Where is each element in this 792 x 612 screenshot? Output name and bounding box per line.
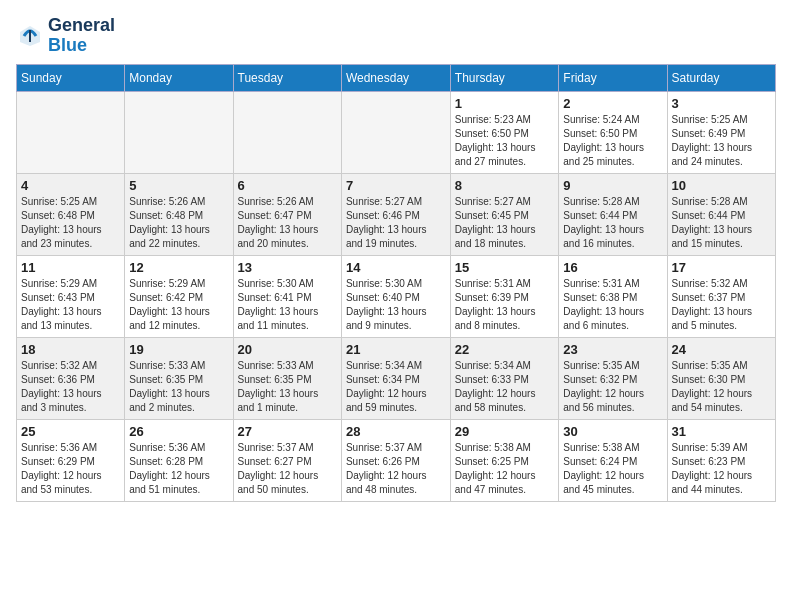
day-number: 16 <box>563 260 662 275</box>
calendar-cell: 12Sunrise: 5:29 AM Sunset: 6:42 PM Dayli… <box>125 255 233 337</box>
day-number: 15 <box>455 260 555 275</box>
day-info: Sunrise: 5:37 AM Sunset: 6:26 PM Dayligh… <box>346 441 446 497</box>
day-number: 6 <box>238 178 337 193</box>
logo: General Blue <box>16 16 115 56</box>
calendar-cell: 8Sunrise: 5:27 AM Sunset: 6:45 PM Daylig… <box>450 173 559 255</box>
calendar-cell: 11Sunrise: 5:29 AM Sunset: 6:43 PM Dayli… <box>17 255 125 337</box>
day-number: 12 <box>129 260 228 275</box>
calendar-cell: 27Sunrise: 5:37 AM Sunset: 6:27 PM Dayli… <box>233 419 341 501</box>
day-info: Sunrise: 5:27 AM Sunset: 6:45 PM Dayligh… <box>455 195 555 251</box>
calendar-cell: 5Sunrise: 5:26 AM Sunset: 6:48 PM Daylig… <box>125 173 233 255</box>
day-number: 17 <box>672 260 772 275</box>
day-info: Sunrise: 5:33 AM Sunset: 6:35 PM Dayligh… <box>129 359 228 415</box>
calendar-cell <box>17 91 125 173</box>
day-info: Sunrise: 5:36 AM Sunset: 6:29 PM Dayligh… <box>21 441 120 497</box>
day-info: Sunrise: 5:38 AM Sunset: 6:24 PM Dayligh… <box>563 441 662 497</box>
calendar-cell: 23Sunrise: 5:35 AM Sunset: 6:32 PM Dayli… <box>559 337 667 419</box>
day-number: 2 <box>563 96 662 111</box>
day-number: 1 <box>455 96 555 111</box>
calendar-cell: 18Sunrise: 5:32 AM Sunset: 6:36 PM Dayli… <box>17 337 125 419</box>
calendar-cell: 19Sunrise: 5:33 AM Sunset: 6:35 PM Dayli… <box>125 337 233 419</box>
day-info: Sunrise: 5:36 AM Sunset: 6:28 PM Dayligh… <box>129 441 228 497</box>
calendar-cell: 28Sunrise: 5:37 AM Sunset: 6:26 PM Dayli… <box>341 419 450 501</box>
day-number: 21 <box>346 342 446 357</box>
day-number: 3 <box>672 96 772 111</box>
day-info: Sunrise: 5:31 AM Sunset: 6:38 PM Dayligh… <box>563 277 662 333</box>
day-number: 25 <box>21 424 120 439</box>
weekday-header: Saturday <box>667 64 776 91</box>
calendar-cell: 3Sunrise: 5:25 AM Sunset: 6:49 PM Daylig… <box>667 91 776 173</box>
day-info: Sunrise: 5:26 AM Sunset: 6:48 PM Dayligh… <box>129 195 228 251</box>
calendar-cell <box>341 91 450 173</box>
day-info: Sunrise: 5:24 AM Sunset: 6:50 PM Dayligh… <box>563 113 662 169</box>
day-info: Sunrise: 5:27 AM Sunset: 6:46 PM Dayligh… <box>346 195 446 251</box>
calendar-cell: 6Sunrise: 5:26 AM Sunset: 6:47 PM Daylig… <box>233 173 341 255</box>
day-number: 5 <box>129 178 228 193</box>
day-number: 28 <box>346 424 446 439</box>
day-number: 29 <box>455 424 555 439</box>
day-number: 30 <box>563 424 662 439</box>
day-number: 26 <box>129 424 228 439</box>
calendar-cell: 1Sunrise: 5:23 AM Sunset: 6:50 PM Daylig… <box>450 91 559 173</box>
calendar-cell: 16Sunrise: 5:31 AM Sunset: 6:38 PM Dayli… <box>559 255 667 337</box>
weekday-header: Wednesday <box>341 64 450 91</box>
calendar-cell: 13Sunrise: 5:30 AM Sunset: 6:41 PM Dayli… <box>233 255 341 337</box>
day-info: Sunrise: 5:28 AM Sunset: 6:44 PM Dayligh… <box>563 195 662 251</box>
day-number: 13 <box>238 260 337 275</box>
day-number: 8 <box>455 178 555 193</box>
calendar-cell: 31Sunrise: 5:39 AM Sunset: 6:23 PM Dayli… <box>667 419 776 501</box>
day-number: 31 <box>672 424 772 439</box>
day-info: Sunrise: 5:25 AM Sunset: 6:48 PM Dayligh… <box>21 195 120 251</box>
weekday-header: Friday <box>559 64 667 91</box>
calendar: SundayMondayTuesdayWednesdayThursdayFrid… <box>16 64 776 502</box>
day-info: Sunrise: 5:30 AM Sunset: 6:41 PM Dayligh… <box>238 277 337 333</box>
weekday-header: Sunday <box>17 64 125 91</box>
day-info: Sunrise: 5:26 AM Sunset: 6:47 PM Dayligh… <box>238 195 337 251</box>
logo-line2: Blue <box>48 36 115 56</box>
page-header: General Blue <box>16 16 776 56</box>
calendar-cell: 17Sunrise: 5:32 AM Sunset: 6:37 PM Dayli… <box>667 255 776 337</box>
calendar-cell: 7Sunrise: 5:27 AM Sunset: 6:46 PM Daylig… <box>341 173 450 255</box>
calendar-cell: 21Sunrise: 5:34 AM Sunset: 6:34 PM Dayli… <box>341 337 450 419</box>
weekday-header: Thursday <box>450 64 559 91</box>
day-number: 27 <box>238 424 337 439</box>
day-info: Sunrise: 5:35 AM Sunset: 6:32 PM Dayligh… <box>563 359 662 415</box>
calendar-cell: 15Sunrise: 5:31 AM Sunset: 6:39 PM Dayli… <box>450 255 559 337</box>
day-info: Sunrise: 5:28 AM Sunset: 6:44 PM Dayligh… <box>672 195 772 251</box>
day-number: 18 <box>21 342 120 357</box>
day-info: Sunrise: 5:37 AM Sunset: 6:27 PM Dayligh… <box>238 441 337 497</box>
calendar-cell: 9Sunrise: 5:28 AM Sunset: 6:44 PM Daylig… <box>559 173 667 255</box>
calendar-cell: 20Sunrise: 5:33 AM Sunset: 6:35 PM Dayli… <box>233 337 341 419</box>
day-number: 11 <box>21 260 120 275</box>
day-number: 19 <box>129 342 228 357</box>
calendar-cell: 25Sunrise: 5:36 AM Sunset: 6:29 PM Dayli… <box>17 419 125 501</box>
day-info: Sunrise: 5:29 AM Sunset: 6:43 PM Dayligh… <box>21 277 120 333</box>
day-info: Sunrise: 5:38 AM Sunset: 6:25 PM Dayligh… <box>455 441 555 497</box>
day-number: 22 <box>455 342 555 357</box>
day-info: Sunrise: 5:31 AM Sunset: 6:39 PM Dayligh… <box>455 277 555 333</box>
logo-line1: General <box>48 16 115 36</box>
calendar-cell <box>125 91 233 173</box>
day-info: Sunrise: 5:35 AM Sunset: 6:30 PM Dayligh… <box>672 359 772 415</box>
calendar-cell: 24Sunrise: 5:35 AM Sunset: 6:30 PM Dayli… <box>667 337 776 419</box>
day-info: Sunrise: 5:32 AM Sunset: 6:37 PM Dayligh… <box>672 277 772 333</box>
calendar-cell: 22Sunrise: 5:34 AM Sunset: 6:33 PM Dayli… <box>450 337 559 419</box>
weekday-header: Monday <box>125 64 233 91</box>
calendar-cell: 4Sunrise: 5:25 AM Sunset: 6:48 PM Daylig… <box>17 173 125 255</box>
calendar-cell: 30Sunrise: 5:38 AM Sunset: 6:24 PM Dayli… <box>559 419 667 501</box>
day-number: 9 <box>563 178 662 193</box>
day-number: 14 <box>346 260 446 275</box>
day-info: Sunrise: 5:23 AM Sunset: 6:50 PM Dayligh… <box>455 113 555 169</box>
day-info: Sunrise: 5:29 AM Sunset: 6:42 PM Dayligh… <box>129 277 228 333</box>
calendar-cell: 29Sunrise: 5:38 AM Sunset: 6:25 PM Dayli… <box>450 419 559 501</box>
day-info: Sunrise: 5:39 AM Sunset: 6:23 PM Dayligh… <box>672 441 772 497</box>
weekday-header: Tuesday <box>233 64 341 91</box>
day-info: Sunrise: 5:32 AM Sunset: 6:36 PM Dayligh… <box>21 359 120 415</box>
calendar-cell: 2Sunrise: 5:24 AM Sunset: 6:50 PM Daylig… <box>559 91 667 173</box>
calendar-cell: 26Sunrise: 5:36 AM Sunset: 6:28 PM Dayli… <box>125 419 233 501</box>
day-number: 24 <box>672 342 772 357</box>
calendar-cell: 10Sunrise: 5:28 AM Sunset: 6:44 PM Dayli… <box>667 173 776 255</box>
day-info: Sunrise: 5:33 AM Sunset: 6:35 PM Dayligh… <box>238 359 337 415</box>
calendar-cell: 14Sunrise: 5:30 AM Sunset: 6:40 PM Dayli… <box>341 255 450 337</box>
day-info: Sunrise: 5:30 AM Sunset: 6:40 PM Dayligh… <box>346 277 446 333</box>
